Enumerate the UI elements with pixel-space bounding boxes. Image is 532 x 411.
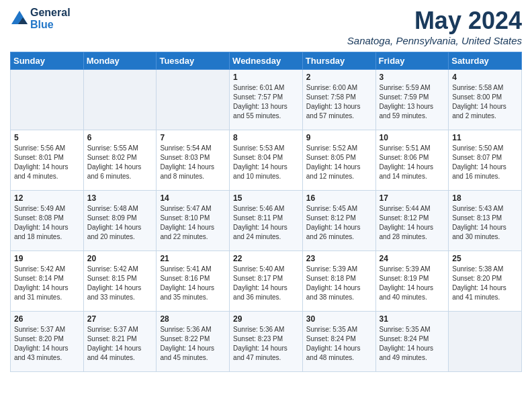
calendar-cell: 8Sunrise: 5:53 AMSunset: 8:04 PMDaylight… <box>230 130 303 191</box>
day-info: Sunrise: 5:42 AM <box>87 265 153 274</box>
day-number: 7 <box>160 133 226 142</box>
day-info: Sunset: 8:17 PM <box>233 274 299 283</box>
day-info: Sunset: 8:12 PM <box>306 214 372 223</box>
day-number: 16 <box>306 193 372 203</box>
day-info: Sunrise: 5:44 AM <box>380 204 445 214</box>
calendar-cell: 28Sunrise: 5:36 AMSunset: 8:22 PMDayligh… <box>157 312 230 372</box>
day-info: Sunset: 7:59 PM <box>380 93 445 102</box>
day-number: 30 <box>306 314 372 324</box>
day-info: Daylight: 13 hours <box>306 102 372 111</box>
day-info: Daylight: 14 hours <box>160 283 226 293</box>
calendar-cell: 31Sunrise: 5:35 AMSunset: 8:24 PMDayligh… <box>375 312 449 372</box>
calendar-cell: 15Sunrise: 5:46 AMSunset: 8:11 PMDayligh… <box>230 191 303 251</box>
day-info: and 35 minutes. <box>160 293 226 302</box>
day-number: 8 <box>233 133 299 142</box>
day-info: and 14 minutes. <box>380 172 445 181</box>
day-info: Sunrise: 5:43 AM <box>452 204 518 214</box>
logo-text: General Blue <box>30 7 71 30</box>
day-info: Sunset: 8:09 PM <box>87 214 153 223</box>
day-info: and 22 minutes. <box>160 232 226 242</box>
day-info: Daylight: 14 hours <box>452 223 518 232</box>
day-info: Daylight: 13 hours <box>380 102 445 111</box>
day-info: Sunrise: 5:36 AM <box>233 325 299 334</box>
day-number: 23 <box>306 254 372 263</box>
calendar-table: SundayMondayTuesdayWednesdayThursdayFrid… <box>10 52 522 372</box>
day-info: Sunset: 8:21 PM <box>87 334 153 344</box>
day-info: Sunrise: 5:35 AM <box>380 325 445 334</box>
day-number: 1 <box>233 73 299 82</box>
day-info: Sunset: 8:02 PM <box>87 153 153 163</box>
day-info: and 40 minutes. <box>380 293 445 302</box>
day-info: Sunset: 8:20 PM <box>14 334 80 344</box>
day-number: 5 <box>14 133 80 142</box>
day-number: 29 <box>233 314 299 324</box>
calendar-week-row: 12Sunrise: 5:49 AMSunset: 8:08 PMDayligh… <box>11 191 522 251</box>
calendar-weekday-header: Friday <box>375 52 449 70</box>
day-info: Daylight: 14 hours <box>14 283 80 293</box>
calendar-weekday-header: Saturday <box>449 52 522 70</box>
day-info: Daylight: 14 hours <box>233 344 299 353</box>
day-info: Daylight: 14 hours <box>14 344 80 353</box>
day-number: 9 <box>306 133 372 142</box>
day-info: and 4 minutes. <box>14 172 80 181</box>
day-info: and 31 minutes. <box>14 293 80 302</box>
calendar-cell: 25Sunrise: 5:38 AMSunset: 8:20 PMDayligh… <box>449 251 522 312</box>
day-info: and 12 minutes. <box>306 172 372 181</box>
day-number: 17 <box>380 193 445 203</box>
day-info: Sunrise: 5:54 AM <box>160 144 226 153</box>
day-number: 27 <box>87 314 153 324</box>
day-info: Sunset: 7:58 PM <box>306 93 372 102</box>
calendar-cell: 17Sunrise: 5:44 AMSunset: 8:12 PMDayligh… <box>375 191 449 251</box>
day-number: 25 <box>452 254 518 263</box>
day-number: 10 <box>380 133 445 142</box>
calendar-cell: 12Sunrise: 5:49 AMSunset: 8:08 PMDayligh… <box>11 191 84 251</box>
day-info: and 16 minutes. <box>452 172 518 181</box>
day-number: 20 <box>87 254 153 263</box>
day-info: Sunrise: 5:48 AM <box>87 204 153 214</box>
day-info: and 18 minutes. <box>14 232 80 242</box>
day-info: Sunset: 8:05 PM <box>306 153 372 163</box>
day-number: 3 <box>380 73 445 82</box>
day-info: Sunset: 8:07 PM <box>452 153 518 163</box>
calendar-week-row: 5Sunrise: 5:56 AMSunset: 8:01 PMDaylight… <box>11 130 522 191</box>
day-info: Daylight: 14 hours <box>87 163 153 172</box>
calendar-cell: 4Sunrise: 5:58 AMSunset: 8:00 PMDaylight… <box>449 70 522 130</box>
day-number: 6 <box>87 133 153 142</box>
day-info: Daylight: 14 hours <box>14 163 80 172</box>
day-info: Sunrise: 5:40 AM <box>233 265 299 274</box>
day-number: 4 <box>452 73 518 82</box>
calendar-cell: 9Sunrise: 5:52 AMSunset: 8:05 PMDaylight… <box>302 130 375 191</box>
day-info: Sunrise: 5:36 AM <box>160 325 226 334</box>
day-info: and 26 minutes. <box>306 232 372 242</box>
day-info: Sunrise: 5:37 AM <box>87 325 153 334</box>
day-info: Sunset: 8:04 PM <box>233 153 299 163</box>
day-number: 26 <box>14 314 80 324</box>
day-info: Sunset: 8:06 PM <box>380 153 445 163</box>
day-info: Daylight: 14 hours <box>87 283 153 293</box>
day-info: Sunrise: 5:42 AM <box>14 265 80 274</box>
calendar-cell: 6Sunrise: 5:55 AMSunset: 8:02 PMDaylight… <box>83 130 157 191</box>
day-number: 2 <box>306 73 372 82</box>
day-info: Daylight: 14 hours <box>306 344 372 353</box>
day-info: and 2 minutes. <box>452 111 518 121</box>
calendar-week-row: 19Sunrise: 5:42 AMSunset: 8:14 PMDayligh… <box>11 251 522 312</box>
calendar-weekday-header: Sunday <box>11 52 84 70</box>
day-info: Sunrise: 6:00 AM <box>306 83 372 93</box>
location: Sanatoga, Pennsylvania, United States <box>347 35 522 46</box>
day-info: Daylight: 14 hours <box>380 283 445 293</box>
day-info: Sunset: 8:24 PM <box>380 334 445 344</box>
calendar-cell: 22Sunrise: 5:40 AMSunset: 8:17 PMDayligh… <box>230 251 303 312</box>
day-info: Sunrise: 5:53 AM <box>233 144 299 153</box>
day-info: Daylight: 14 hours <box>306 223 372 232</box>
calendar-week-row: 26Sunrise: 5:37 AMSunset: 8:20 PMDayligh… <box>11 312 522 372</box>
day-info: and 10 minutes. <box>233 172 299 181</box>
calendar-weekday-header: Monday <box>83 52 157 70</box>
logo-icon <box>10 9 29 28</box>
day-info: Daylight: 14 hours <box>160 344 226 353</box>
day-info: and 28 minutes. <box>380 232 445 242</box>
calendar-cell: 19Sunrise: 5:42 AMSunset: 8:14 PMDayligh… <box>11 251 84 312</box>
calendar-cell: 18Sunrise: 5:43 AMSunset: 8:13 PMDayligh… <box>449 191 522 251</box>
day-info: Sunset: 8:13 PM <box>452 214 518 223</box>
day-number: 31 <box>380 314 445 324</box>
day-info: and 57 minutes. <box>306 111 372 121</box>
